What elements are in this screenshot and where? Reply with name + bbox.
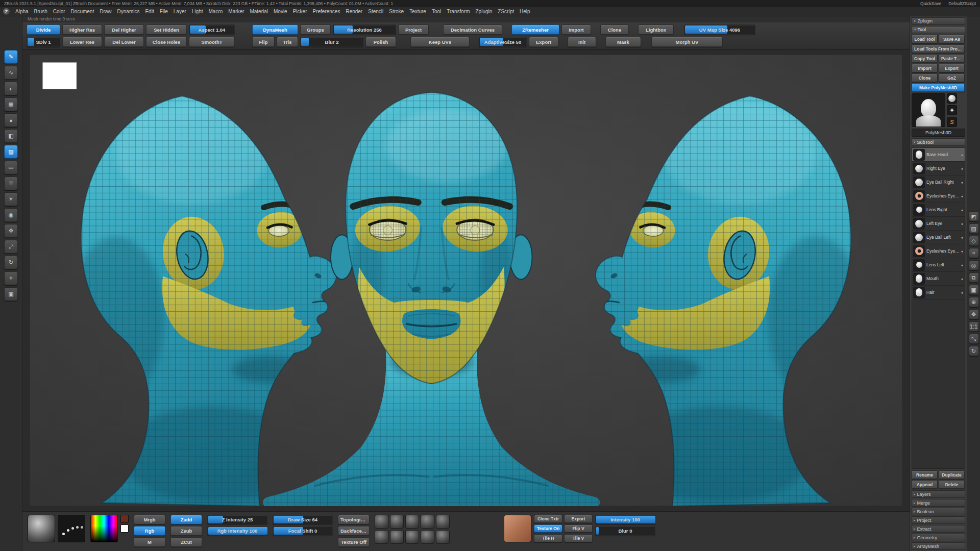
menu-item[interactable]: Picker xyxy=(290,8,310,15)
active-tool-thumbnail[interactable] xyxy=(912,93,945,127)
sculpt-mode-button[interactable]: Zadd xyxy=(170,515,202,524)
bpr-render-icon[interactable]: ◩ xyxy=(969,211,979,221)
menu-item[interactable]: ZScript xyxy=(495,8,517,15)
texture-button[interactable]: Export xyxy=(564,515,593,523)
intensity-slider[interactable]: Rgb Intensity 100 xyxy=(207,526,267,536)
draw-size-slider[interactable]: Draw Size 64 xyxy=(273,515,333,524)
Hair[interactable]: Hair ● xyxy=(912,286,965,299)
local-icon[interactable]: ◎ xyxy=(969,260,979,270)
tray-tab-tool[interactable]: ▾Tool xyxy=(912,26,965,33)
quickpick-thumbnail[interactable] xyxy=(405,515,419,529)
Mouth[interactable]: Mouth ● xyxy=(912,272,965,286)
shelf-control[interactable]: Project xyxy=(398,24,429,35)
Left Eye[interactable]: Left Eye ● xyxy=(912,217,965,231)
quickpick-thumbnail[interactable] xyxy=(375,515,388,529)
palette-section[interactable]: ▸ Boolean xyxy=(912,508,965,515)
main-color-swatch[interactable] xyxy=(120,515,129,523)
tool-palette-button[interactable]: Make PolyMesh3D xyxy=(912,83,965,92)
quickpick-thumbnail[interactable] xyxy=(375,530,388,544)
menu-item[interactable]: Zplugin xyxy=(473,8,495,15)
visibility-icon[interactable]: ● xyxy=(961,194,964,198)
menu-item[interactable]: Light xyxy=(189,8,206,15)
menu-item[interactable]: File xyxy=(157,8,170,15)
menu-item[interactable]: Layer xyxy=(171,8,189,15)
texture-button[interactable]: Tile H xyxy=(534,534,562,542)
sculpt-mode-button[interactable]: ZCut xyxy=(170,537,202,547)
stroke-icon[interactable]: ∿ xyxy=(4,66,18,80)
tool-palette-button[interactable]: GoZ xyxy=(939,73,965,82)
intensity-slider[interactable]: Z Intensity 25 xyxy=(207,515,267,524)
visibility-icon[interactable]: ● xyxy=(961,222,964,226)
snapshot-icon[interactable]: ⌗ xyxy=(4,271,18,285)
texture-button[interactable]: Texture On xyxy=(534,524,562,533)
paint-mode-button[interactable]: Rgb xyxy=(134,526,165,536)
shelf-control[interactable]: Export xyxy=(529,37,558,47)
palette-section[interactable]: ▸ Merge xyxy=(912,499,965,507)
visibility-icon[interactable]: ● xyxy=(961,236,964,239)
menu-item[interactable]: Transform xyxy=(444,8,472,15)
palette-section[interactable]: ▸ Extract xyxy=(912,525,965,533)
quickpick-thumbnail[interactable] xyxy=(421,515,434,529)
shelf-control[interactable]: Mask xyxy=(605,37,641,47)
shelf-control[interactable]: DynaMesh xyxy=(252,24,298,35)
scale-icon[interactable]: ⤢ xyxy=(4,240,18,254)
menu-item[interactable]: Help xyxy=(517,8,533,15)
tool-palette-button[interactable]: Save As xyxy=(939,35,965,43)
persp-icon[interactable]: ◇ xyxy=(969,236,979,246)
lsym-icon[interactable]: ⧉ xyxy=(969,272,979,283)
color-swatch-icon[interactable]: ◧ xyxy=(4,129,18,143)
Base Head[interactable]: Base Head ● xyxy=(912,148,965,162)
layer-icon[interactable]: ≣ xyxy=(4,177,18,190)
menu-item[interactable]: Stroke xyxy=(386,8,406,15)
shelf-control[interactable]: SDiv 1 xyxy=(27,37,60,47)
tool-palette-button[interactable]: Paste Tool xyxy=(939,54,965,63)
tool-palette-button[interactable]: Import xyxy=(912,64,938,72)
tool-palette-button[interactable]: Load Tool xyxy=(912,35,938,43)
move-icon[interactable]: ✥ xyxy=(4,224,18,238)
menu-item[interactable]: Render xyxy=(343,8,365,15)
color-picker[interactable] xyxy=(90,515,118,542)
texture-button[interactable]: Clone Txtr xyxy=(534,515,562,523)
document-canvas[interactable] xyxy=(30,55,902,506)
Eyelashes Eyeball Right[interactable]: Eyelashes Eyeball Right ● xyxy=(912,189,965,203)
palette-section[interactable]: ▸ Project xyxy=(912,516,965,524)
tool-palette-button[interactable]: Export xyxy=(939,64,965,72)
visibility-icon[interactable]: ● xyxy=(961,277,964,281)
palette-section[interactable]: ▸ Layers xyxy=(912,490,965,498)
material-thumbnail[interactable] xyxy=(28,515,55,542)
scale3d-icon[interactable]: ⤡ xyxy=(969,334,979,344)
tool-palette-button[interactable]: Copy Tool xyxy=(912,54,938,63)
mask-toggle-button[interactable]: Topological xyxy=(338,515,370,524)
shelf-control[interactable]: Import xyxy=(561,24,591,35)
default-zscript-button[interactable]: DefaultZScript xyxy=(948,1,976,6)
menu-item[interactable]: Movie xyxy=(271,8,290,15)
render-pass-icon[interactable]: ▨ xyxy=(969,223,979,234)
Eye Ball Left[interactable]: Eye Ball Left ● xyxy=(912,231,965,244)
visibility-icon[interactable]: ● xyxy=(961,291,964,294)
shelf-control[interactable]: Aspect 1.04 xyxy=(189,24,235,35)
shelf-control[interactable]: Flip xyxy=(252,37,275,47)
subtool-action-button[interactable]: Append xyxy=(912,480,938,489)
floor-icon[interactable]: ⌗ xyxy=(969,248,979,258)
mask-toggle-button[interactable]: BackfaceMask xyxy=(338,526,370,536)
shelf-control[interactable]: Tris xyxy=(277,37,298,47)
subtool-header[interactable]: ▾ SubTool xyxy=(912,138,965,146)
shelf-control[interactable]: Keep UVs xyxy=(410,37,470,47)
menu-item[interactable]: Marker xyxy=(226,8,247,15)
lightbox-icon[interactable]: ▣ xyxy=(4,287,18,301)
tool-palette-button[interactable]: Clone xyxy=(912,73,938,82)
quicksave-button[interactable]: QuickSave xyxy=(920,1,941,6)
texture-slider[interactable]: Intensity 100 xyxy=(595,515,655,524)
shelf-control[interactable]: Polish xyxy=(365,37,396,47)
menu-item[interactable]: Macro xyxy=(206,8,226,15)
camera-icon[interactable]: ◉ xyxy=(4,208,18,222)
texture-button[interactable]: Flip V xyxy=(564,524,593,533)
Right Eye[interactable]: Right Eye ● xyxy=(912,162,965,176)
light-icon[interactable]: ☀ xyxy=(4,192,18,206)
rotate-icon[interactable]: ↻ xyxy=(4,256,18,269)
menu-item[interactable]: Material xyxy=(247,8,271,15)
menu-item[interactable]: Document xyxy=(68,8,97,15)
menu-item[interactable]: Draw xyxy=(97,8,114,15)
quickpick-thumbnail[interactable] xyxy=(390,530,404,544)
scroll-icon[interactable]: ✥ xyxy=(969,309,979,319)
